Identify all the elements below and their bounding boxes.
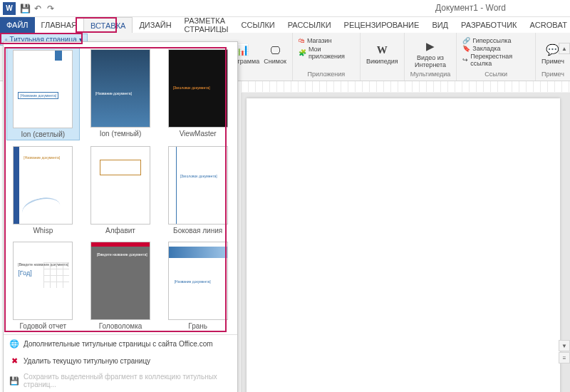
group-label xyxy=(381,71,383,79)
media-group-label: Мультимедиа xyxy=(410,71,451,79)
remove-cover-page[interactable]: ✖Удалить текущую титульную страницу xyxy=(4,352,237,369)
group-label xyxy=(255,71,257,79)
document-area xyxy=(241,93,570,392)
wikipedia-icon: W xyxy=(375,43,389,57)
crossref-icon: ↪ xyxy=(462,56,468,63)
gallery-item-sideline[interactable]: [Заголовок документа] Боковая линия xyxy=(161,145,234,236)
thumb-text: [Название документа] xyxy=(175,279,211,284)
tab-mailings[interactable]: РАССЫЛКИ xyxy=(281,17,338,33)
gallery-item-viewmaster[interactable]: [Заголовок документа] ViewMaster xyxy=(161,48,234,140)
ribbon-tabs: ФАЙЛ ГЛАВНАЯ ВСТАВКА ДИЗАЙН РАЗМЕТКА СТР… xyxy=(0,17,570,33)
horizontal-ruler xyxy=(241,81,570,93)
thumb-label: ViewMaster xyxy=(180,130,217,138)
more-cover-pages[interactable]: 🌐Дополнительные титульные страницы с сай… xyxy=(4,335,237,352)
screenshot-button[interactable]: 🖵Снимок xyxy=(264,43,286,65)
document-title: Документ1 - Word xyxy=(7,3,563,13)
myapps-label: Мои приложения xyxy=(309,46,354,60)
office-icon: 🌐 xyxy=(9,339,19,349)
thumb-label: Whisp xyxy=(33,227,53,234)
link-icon: 🔗 xyxy=(462,37,470,44)
gallery-scrollbar: ▲ ▼ ≡ xyxy=(559,43,570,363)
gallery-item-ion-dark[interactable]: [Название документа] Ion (темный) xyxy=(84,48,157,140)
gallery-item-alphabet[interactable]: Алфавит xyxy=(84,145,157,236)
tab-references[interactable]: ССЫЛКИ xyxy=(235,17,281,33)
thumb-text: [Название документа] xyxy=(24,155,60,160)
links-group-label: Ссылки xyxy=(484,71,507,79)
tab-design[interactable]: ДИЗАЙН xyxy=(133,17,177,33)
gallery-item-annual-report[interactable]: [Введите название документа][Год] Годово… xyxy=(6,240,80,331)
thumb-label: Годовой отчет xyxy=(20,322,67,330)
gallery-item-facet[interactable]: [Название документа] Грань xyxy=(161,240,234,331)
gallery-item-whisp[interactable]: [Название документа] Whisp xyxy=(6,145,80,236)
store-label: Магазин xyxy=(307,37,332,44)
save-selection-icon: 💾 xyxy=(9,376,19,386)
video-icon: ▶ xyxy=(423,39,437,53)
bookmark-button[interactable]: 🔖Закладка xyxy=(462,45,500,52)
store-icon: 🛍 xyxy=(299,37,305,44)
tab-home[interactable]: ГЛАВНАЯ xyxy=(35,17,83,33)
thumb-label: Алфавит xyxy=(105,227,135,234)
scroll-up-button[interactable]: ▲ xyxy=(559,43,570,54)
menu-label: Удалить текущую титульную страницу xyxy=(24,357,150,365)
page[interactable] xyxy=(247,98,560,392)
crossref-label: Перекрестная ссылка xyxy=(470,53,529,67)
hyperlink-button[interactable]: 🔗Гиперссылка xyxy=(462,37,511,44)
online-video-button[interactable]: ▶Видео из Интернета xyxy=(410,39,450,68)
crossref-button[interactable]: ↪Перекрестная ссылка xyxy=(462,53,529,67)
tab-file[interactable]: ФАЙЛ xyxy=(0,17,35,33)
thumb-label: Ion (темный) xyxy=(100,130,142,138)
thumb-text: [Введите название документа] xyxy=(97,252,147,257)
screenshot-label: Снимок xyxy=(264,58,286,65)
thumb-label: Ion (светлый) xyxy=(21,130,65,138)
tab-acrobat[interactable]: ACROBAT xyxy=(524,17,571,33)
hyperlink-label: Гиперссылка xyxy=(472,37,511,44)
thumb-text: [Заголовок документа] xyxy=(180,174,217,178)
scroll-more-button[interactable]: ≡ xyxy=(559,352,570,363)
gallery-item-puzzle[interactable]: [Введите название документа] Головоломка xyxy=(84,240,157,331)
thumb-label: Боковая линия xyxy=(173,227,222,234)
menu-label: Дополнительные титульные страницы с сайт… xyxy=(24,340,213,348)
apps-group-label: Приложения xyxy=(308,71,346,79)
comment-icon: 💬 xyxy=(546,43,560,57)
bookmark-icon: 🔖 xyxy=(462,45,470,52)
menu-label: Сохранить выделенный фрагмент в коллекци… xyxy=(24,373,232,388)
save-selection-to-gallery: 💾Сохранить выделенный фрагмент в коллекц… xyxy=(4,369,237,392)
myapps-button[interactable]: 🧩Мои приложения xyxy=(299,46,354,60)
thumb-label: Головоломка xyxy=(99,322,142,330)
thumb-label: Грань xyxy=(188,322,207,330)
scroll-down-button[interactable]: ▼ xyxy=(559,340,570,351)
tab-view[interactable]: ВИД xyxy=(425,17,455,33)
gallery-item-ion-light[interactable]: [Название документа] Ion (светлый) xyxy=(6,48,80,140)
ribbon-group-wikipedia: WВикипедия xyxy=(361,33,405,81)
apps-icon: 🧩 xyxy=(299,49,306,56)
cover-page-gallery: [Название документа] Ion (светлый) [Назв… xyxy=(3,41,238,392)
video-label: Видео из Интернета xyxy=(410,54,450,68)
ribbon-group-links: 🔗Гиперссылка 🔖Закладка ↪Перекрестная ссы… xyxy=(457,33,536,81)
store-button[interactable]: 🛍Магазин xyxy=(299,37,332,44)
thumb-text: [Год] xyxy=(18,269,31,277)
ribbon-group-media: ▶Видео из Интернета Мультимедиа xyxy=(405,33,457,81)
wikipedia-label: Википедия xyxy=(366,58,398,65)
thumb-text: [Название документа] xyxy=(18,92,58,99)
delete-icon: ✖ xyxy=(9,356,19,366)
thumb-text: [Название документа] xyxy=(95,91,132,96)
tab-layout[interactable]: РАЗМЕТКА СТРАНИЦЫ xyxy=(178,17,235,33)
tab-insert[interactable]: ВСТАВКА xyxy=(83,17,133,33)
tab-review[interactable]: РЕЦЕНЗИРОВАНИЕ xyxy=(338,17,426,33)
thumb-text: [Заголовок документа] xyxy=(173,86,210,90)
wikipedia-button[interactable]: WВикипедия xyxy=(366,43,398,65)
ribbon-group-apps: 🛍Магазин 🧩Мои приложения Приложения xyxy=(293,33,361,81)
tab-developer[interactable]: РАЗРАБОТЧИК xyxy=(455,17,523,33)
screenshot-icon: 🖵 xyxy=(268,43,282,57)
bookmark-label: Закладка xyxy=(472,45,500,52)
